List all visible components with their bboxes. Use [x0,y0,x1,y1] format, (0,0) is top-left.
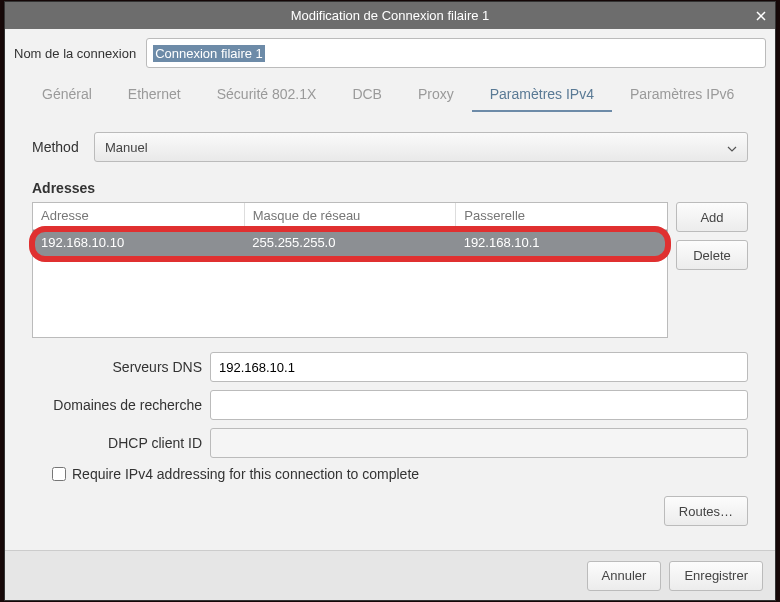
cell-gateway: 192.168.10.1 [456,230,667,257]
method-value: Manuel [105,140,148,155]
require-ipv4-checkbox[interactable] [52,467,66,481]
search-domains-input[interactable] [210,390,748,420]
connection-name-label: Nom de la connexion [14,46,136,61]
chevron-down-icon [727,140,737,155]
address-row[interactable]: 192.168.10.10 255.255.255.0 192.168.10.1 [33,230,667,257]
save-button[interactable]: Enregistrer [669,561,763,591]
addresses-header: Adresse Masque de réseau Passerelle [33,203,667,230]
method-select[interactable]: Manuel [94,132,748,162]
add-button[interactable]: Add [676,202,748,232]
cancel-button[interactable]: Annuler [587,561,662,591]
connection-name-input[interactable]: Connexion filaire 1 [146,38,766,68]
dns-input[interactable] [210,352,748,382]
close-button[interactable] [747,2,775,29]
tab-general[interactable]: Général [24,78,110,112]
tabs: Général Ethernet Sécurité 802.1X DCB Pro… [14,78,766,112]
tab-ethernet[interactable]: Ethernet [110,78,199,112]
dhcp-client-id-input[interactable] [210,428,748,458]
close-icon [756,11,766,21]
tab-ipv4[interactable]: Paramètres IPv4 [472,78,612,112]
delete-button[interactable]: Delete [676,240,748,270]
col-netmask: Masque de réseau [245,203,457,229]
dns-label: Serveurs DNS [32,359,202,375]
addresses-label: Adresses [32,180,748,196]
require-ipv4-label: Require IPv4 addressing for this connect… [72,466,419,482]
tab-dcb[interactable]: DCB [334,78,400,112]
cell-address: 192.168.10.10 [33,230,244,257]
cell-netmask: 255.255.255.0 [244,230,455,257]
method-row: Method Manuel [32,132,748,162]
tab-ipv6[interactable]: Paramètres IPv6 [612,78,752,112]
tab-security[interactable]: Sécurité 802.1X [199,78,335,112]
routes-button[interactable]: Routes… [664,496,748,526]
connection-name-value: Connexion filaire 1 [153,45,265,62]
dhcp-client-id-label: DHCP client ID [32,435,202,451]
col-gateway: Passerelle [456,203,667,229]
search-domains-label: Domaines de recherche [32,397,202,413]
tab-proxy[interactable]: Proxy [400,78,472,112]
connection-name-row: Nom de la connexion Connexion filaire 1 [14,38,766,68]
method-label: Method [32,139,84,155]
titlebar: Modification de Connexion filaire 1 [5,2,775,29]
addresses-table[interactable]: Adresse Masque de réseau Passerelle 192.… [32,202,668,338]
dialog-footer: Annuler Enregistrer [5,550,775,600]
window-title: Modification de Connexion filaire 1 [5,8,775,23]
col-address: Adresse [33,203,245,229]
connection-edit-dialog: Modification de Connexion filaire 1 Nom … [4,1,776,601]
